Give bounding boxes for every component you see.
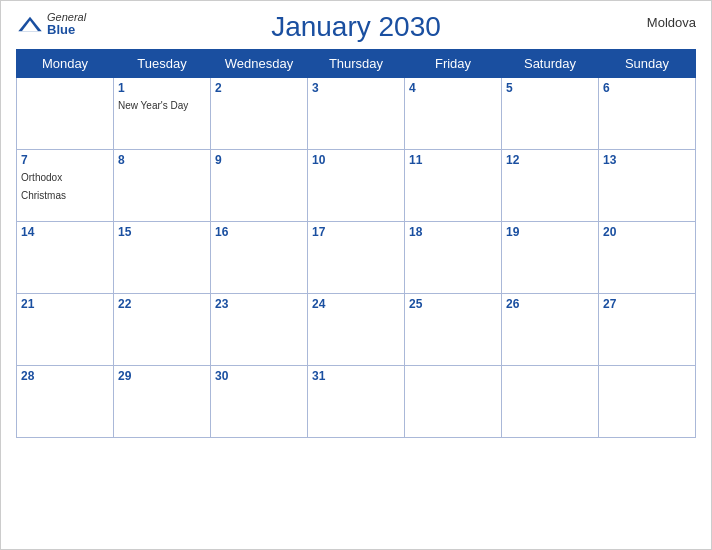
day-number: 6 [603, 81, 691, 95]
week-row-5: 28293031 [17, 366, 696, 438]
day-cell-w3-d1: 14 [17, 222, 114, 294]
header-saturday: Saturday [502, 50, 599, 78]
day-cell-w1-d6: 5 [502, 78, 599, 150]
day-number: 8 [118, 153, 206, 167]
day-cell-w4-d2: 22 [114, 294, 211, 366]
day-cell-w4-d4: 24 [308, 294, 405, 366]
day-cell-w5-d7 [599, 366, 696, 438]
day-number: 18 [409, 225, 497, 239]
country-label: Moldova [647, 15, 696, 30]
header-thursday: Thursday [308, 50, 405, 78]
header-sunday: Sunday [599, 50, 696, 78]
week-row-2: 7Orthodox Christmas8910111213 [17, 150, 696, 222]
header-wednesday: Wednesday [211, 50, 308, 78]
day-number: 22 [118, 297, 206, 311]
day-cell-w2-d4: 10 [308, 150, 405, 222]
day-cell-w2-d1: 7Orthodox Christmas [17, 150, 114, 222]
day-cell-w2-d5: 11 [405, 150, 502, 222]
day-number: 1 [118, 81, 206, 95]
day-number: 26 [506, 297, 594, 311]
week-row-3: 14151617181920 [17, 222, 696, 294]
day-cell-w3-d5: 18 [405, 222, 502, 294]
day-number: 4 [409, 81, 497, 95]
day-cell-w2-d7: 13 [599, 150, 696, 222]
day-number: 9 [215, 153, 303, 167]
day-number: 21 [21, 297, 109, 311]
day-number: 25 [409, 297, 497, 311]
day-number: 20 [603, 225, 691, 239]
day-cell-w4-d6: 26 [502, 294, 599, 366]
day-number: 24 [312, 297, 400, 311]
day-number: 7 [21, 153, 109, 167]
day-cell-w3-d7: 20 [599, 222, 696, 294]
day-cell-w1-d4: 3 [308, 78, 405, 150]
day-number: 14 [21, 225, 109, 239]
day-cell-w4-d5: 25 [405, 294, 502, 366]
day-number: 11 [409, 153, 497, 167]
header-monday: Monday [17, 50, 114, 78]
day-cell-w4-d7: 27 [599, 294, 696, 366]
day-cell-w3-d3: 16 [211, 222, 308, 294]
calendar-body: 1New Year's Day234567Orthodox Christmas8… [17, 78, 696, 438]
day-number: 5 [506, 81, 594, 95]
day-cell-w1-d5: 4 [405, 78, 502, 150]
day-cell-w5-d1: 28 [17, 366, 114, 438]
header-tuesday: Tuesday [114, 50, 211, 78]
calendar-title: January 2030 [271, 11, 441, 43]
day-cell-w3-d6: 19 [502, 222, 599, 294]
day-cell-w2-d6: 12 [502, 150, 599, 222]
day-number: 28 [21, 369, 109, 383]
day-number: 15 [118, 225, 206, 239]
calendar-grid: Monday Tuesday Wednesday Thursday Friday… [16, 49, 696, 438]
logo-icon [16, 15, 44, 33]
day-cell-w3-d4: 17 [308, 222, 405, 294]
week-row-4: 21222324252627 [17, 294, 696, 366]
day-number: 31 [312, 369, 400, 383]
day-cell-w3-d2: 15 [114, 222, 211, 294]
day-number: 13 [603, 153, 691, 167]
day-cell-w5-d6 [502, 366, 599, 438]
day-number: 29 [118, 369, 206, 383]
day-number: 12 [506, 153, 594, 167]
day-number: 17 [312, 225, 400, 239]
day-number: 23 [215, 297, 303, 311]
day-cell-w5-d3: 30 [211, 366, 308, 438]
day-number: 19 [506, 225, 594, 239]
day-cell-w1-d7: 6 [599, 78, 696, 150]
calendar-container: General Blue January 2030 Moldova Monday… [0, 0, 712, 550]
day-cell-w5-d5 [405, 366, 502, 438]
event-label: New Year's Day [118, 100, 188, 111]
day-number: 10 [312, 153, 400, 167]
day-cell-w4-d1: 21 [17, 294, 114, 366]
day-cell-w1-d2: 1New Year's Day [114, 78, 211, 150]
logo-blue: Blue [47, 23, 86, 37]
day-number: 2 [215, 81, 303, 95]
event-label: Orthodox Christmas [21, 172, 66, 201]
day-cell-w1-d1 [17, 78, 114, 150]
day-number: 3 [312, 81, 400, 95]
weekday-header-row: Monday Tuesday Wednesday Thursday Friday… [17, 50, 696, 78]
day-number: 16 [215, 225, 303, 239]
header-friday: Friday [405, 50, 502, 78]
day-cell-w5-d2: 29 [114, 366, 211, 438]
day-cell-w2-d3: 9 [211, 150, 308, 222]
day-number: 27 [603, 297, 691, 311]
day-cell-w4-d3: 23 [211, 294, 308, 366]
calendar-header: General Blue January 2030 Moldova [16, 11, 696, 43]
day-number: 30 [215, 369, 303, 383]
day-cell-w5-d4: 31 [308, 366, 405, 438]
day-cell-w1-d3: 2 [211, 78, 308, 150]
day-cell-w2-d2: 8 [114, 150, 211, 222]
logo: General Blue [16, 11, 86, 37]
week-row-1: 1New Year's Day23456 [17, 78, 696, 150]
